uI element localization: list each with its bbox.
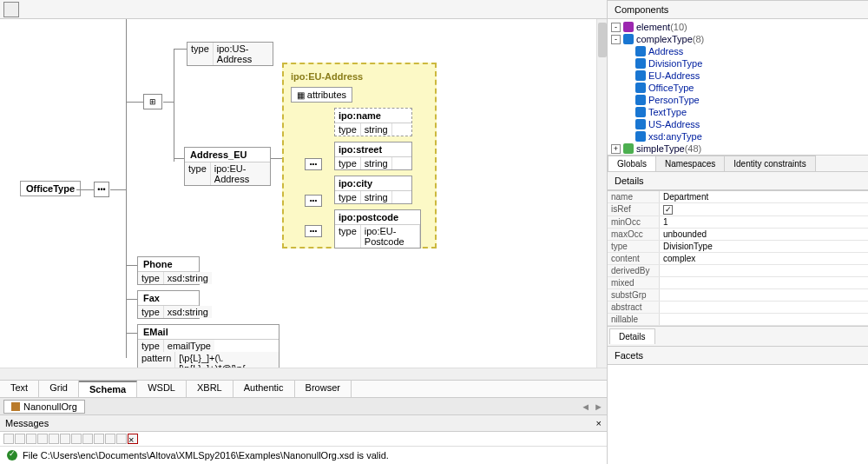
tree-row-element[interactable]: -element (10) bbox=[611, 21, 865, 33]
nav-prev-icon[interactable]: ◄ bbox=[581, 401, 590, 412]
details-bottom-tab[interactable]: Details bbox=[609, 328, 655, 344]
eu-sequence-connector[interactable]: ••• bbox=[305, 195, 322, 207]
detail-value[interactable] bbox=[660, 302, 868, 313]
components-tree[interactable]: -element (10)-complexType (8)AddressDivi… bbox=[608, 19, 868, 155]
msg-tool-btn[interactable] bbox=[105, 434, 115, 444]
detail-value[interactable] bbox=[660, 265, 868, 276]
view-tab-browser[interactable]: Browser bbox=[295, 381, 352, 397]
field-name[interactable]: ipo:name typestring bbox=[334, 108, 412, 136]
detail-row-name[interactable]: nameDepartment bbox=[608, 191, 868, 203]
detail-row-type[interactable]: typeDivisionType bbox=[608, 241, 868, 253]
messages-panel: Messages × × File C:\Users\enc\Documents… bbox=[0, 414, 607, 464]
nav-next-icon[interactable]: ► bbox=[594, 401, 603, 412]
msg-tool-btn[interactable] bbox=[94, 434, 104, 444]
detail-value[interactable] bbox=[660, 277, 868, 288]
detail-row-derivedBy[interactable]: derivedBy bbox=[608, 265, 868, 277]
msg-tool-btn[interactable] bbox=[71, 434, 82, 444]
tree-toggle-icon[interactable]: - bbox=[611, 23, 621, 32]
doc-tab-label: NanonullOrg bbox=[23, 401, 77, 412]
checkbox-icon[interactable]: ✓ bbox=[663, 205, 673, 215]
ct-type-icon bbox=[635, 70, 646, 81]
node-us-address[interactable]: typeipo:US-Address bbox=[187, 42, 273, 66]
eu-sequence-connector-2[interactable]: ••• bbox=[305, 158, 322, 170]
detail-row-minOcc[interactable]: minOcc1 bbox=[608, 216, 868, 229]
tree-label: PersonType bbox=[648, 95, 700, 105]
sequence-connector[interactable]: ••• bbox=[94, 182, 109, 197]
scroll-thumb[interactable] bbox=[598, 23, 607, 57]
node-email[interactable]: EMail typeemailType pattern[\p{L}_]+(\.[… bbox=[137, 324, 279, 368]
tree-label: simpleType bbox=[636, 143, 685, 154]
tree-toggle-icon[interactable]: - bbox=[611, 35, 621, 44]
subtab-globals[interactable]: Globals bbox=[608, 156, 656, 171]
schema-diagram-canvas[interactable]: OfficeType ••• typeipo:US-Address ⊞ Addr… bbox=[0, 19, 607, 368]
tree-row-divisiontype[interactable]: DivisionType bbox=[611, 57, 865, 70]
detail-row-content[interactable]: contentcomplex bbox=[608, 253, 868, 265]
msg-tool-btn[interactable] bbox=[82, 434, 93, 444]
choice-connector[interactable]: ⊞ bbox=[143, 94, 162, 109]
view-tab-schema[interactable]: Schema bbox=[79, 381, 137, 397]
field-postcode[interactable]: ipo:postcode typeipo:EU-Postcode bbox=[334, 209, 421, 249]
view-tab-text[interactable]: Text bbox=[0, 381, 39, 397]
node-address-eu[interactable]: Address_EU typeipo:EU-Address bbox=[184, 147, 271, 186]
msg-tool-btn[interactable] bbox=[49, 434, 59, 444]
detail-row-abstract[interactable]: abstract bbox=[608, 302, 868, 314]
node-officetype[interactable]: OfficeType bbox=[20, 181, 81, 196]
detail-value[interactable]: complex bbox=[660, 253, 868, 264]
conn-line bbox=[126, 299, 137, 300]
detail-row-isRef[interactable]: isRef✓ bbox=[608, 203, 868, 216]
close-icon[interactable]: × bbox=[596, 418, 602, 428]
vertical-scrollbar[interactable] bbox=[596, 19, 607, 368]
view-tab-authentic[interactable]: Authentic bbox=[233, 381, 295, 397]
eu-sequence-connector-3[interactable]: ••• bbox=[305, 225, 322, 237]
detail-value[interactable]: unbounded bbox=[660, 229, 868, 240]
form-view-icon[interactable] bbox=[3, 2, 19, 17]
tree-label: element bbox=[636, 22, 670, 32]
horizontal-scrollbar[interactable] bbox=[0, 368, 607, 380]
tree-toggle-icon[interactable]: + bbox=[611, 144, 621, 154]
detail-value[interactable] bbox=[660, 314, 868, 325]
detail-value[interactable]: ✓ bbox=[660, 203, 868, 215]
detail-row-maxOcc[interactable]: maxOccunbounded bbox=[608, 229, 868, 241]
msg-tool-btn[interactable] bbox=[37, 434, 48, 444]
detail-value[interactable]: 1 bbox=[660, 216, 868, 228]
tree-row-usaddress[interactable]: US-Address bbox=[611, 118, 865, 130]
doc-tab-nanonullorg[interactable]: NanonullOrg bbox=[3, 400, 85, 414]
view-tab-grid[interactable]: Grid bbox=[39, 381, 79, 397]
success-icon bbox=[7, 450, 17, 461]
msg-tool-btn[interactable] bbox=[26, 434, 36, 444]
node-phone[interactable]: Phone typexsd:string bbox=[137, 256, 200, 285]
tree-row-texttype[interactable]: TextType bbox=[611, 106, 865, 118]
msg-tool-btn[interactable] bbox=[15, 434, 25, 444]
detail-value[interactable]: Department bbox=[660, 191, 868, 202]
tree-row-euaddress[interactable]: EU-Address bbox=[611, 70, 865, 82]
ct-type-icon bbox=[635, 119, 646, 129]
tree-count: (10) bbox=[670, 22, 687, 32]
tree-row-xsdanytype[interactable]: xsd:anyType bbox=[611, 130, 865, 143]
subtab-namespaces[interactable]: Namespaces bbox=[655, 156, 725, 171]
detail-key: type bbox=[608, 241, 660, 252]
tree-row-officetype[interactable]: OfficeType bbox=[611, 82, 865, 94]
field-street[interactable]: ipo:street typestring bbox=[334, 142, 412, 170]
ct-type-icon bbox=[635, 83, 646, 93]
attributes-box[interactable]: ▦ attributes bbox=[291, 87, 352, 103]
subtab-identity-constraints[interactable]: Identity constraints bbox=[724, 156, 815, 171]
detail-value[interactable] bbox=[660, 289, 868, 301]
tree-row-complextype[interactable]: -complexType (8) bbox=[611, 33, 865, 45]
tree-row-address[interactable]: Address bbox=[611, 45, 865, 57]
msg-delete-btn[interactable]: × bbox=[128, 434, 138, 444]
detail-row-mixed[interactable]: mixed bbox=[608, 277, 868, 289]
detail-key: derivedBy bbox=[608, 265, 660, 276]
msg-tool-btn[interactable] bbox=[3, 434, 14, 444]
msg-tool-btn[interactable] bbox=[116, 434, 127, 444]
detail-row-substGrp[interactable]: substGrp bbox=[608, 289, 868, 302]
tree-row-simpletype[interactable]: +simpleType (48) bbox=[611, 143, 865, 155]
detail-value[interactable]: DivisionType bbox=[660, 241, 868, 252]
view-tabs: TextGridSchemaWSDLXBRLAuthenticBrowser bbox=[0, 380, 607, 397]
node-fax[interactable]: Fax typexsd:string bbox=[137, 290, 200, 319]
detail-row-nillable[interactable]: nillable bbox=[608, 314, 868, 326]
msg-tool-btn[interactable] bbox=[60, 434, 70, 444]
view-tab-xbrl[interactable]: XBRL bbox=[187, 381, 233, 397]
field-city[interactable]: ipo:city typestring bbox=[334, 176, 412, 204]
view-tab-wsdl[interactable]: WSDL bbox=[137, 381, 187, 397]
tree-row-persontype[interactable]: PersonType bbox=[611, 94, 865, 106]
